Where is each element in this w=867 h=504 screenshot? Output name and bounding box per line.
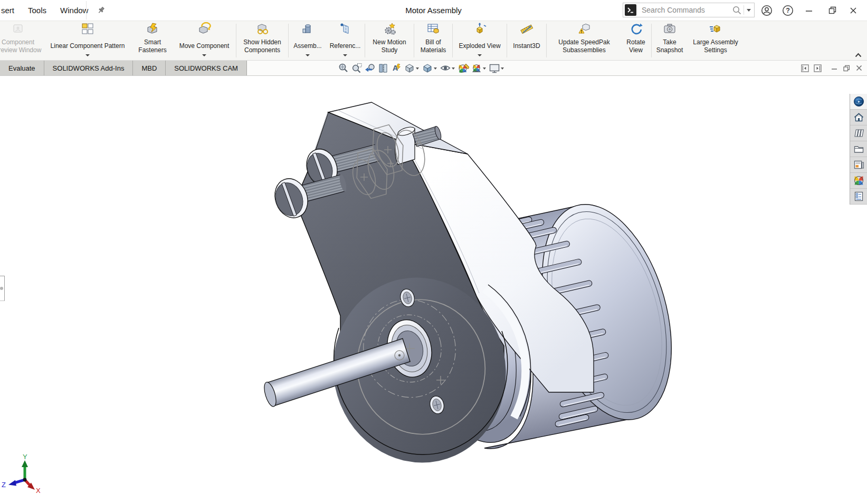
hide-show-items-caret[interactable] — [452, 67, 455, 71]
search-divider — [744, 5, 744, 15]
dropdown-caret[interactable] — [202, 54, 206, 60]
3dexperience-icon — [853, 96, 864, 107]
account-icon[interactable] — [761, 5, 773, 16]
x-axis-label: X — [36, 487, 41, 495]
section-view-icon[interactable] — [376, 61, 389, 75]
display-style-icon[interactable] — [421, 61, 434, 75]
search-icon[interactable] — [732, 5, 742, 15]
taskpane-3dexperience-button[interactable] — [850, 94, 867, 110]
menu-tools[interactable]: Tools — [21, 6, 53, 15]
close-button[interactable] — [842, 0, 864, 21]
taskpane-home-button[interactable] — [850, 110, 867, 125]
zoom-to-fit-icon[interactable] — [337, 61, 350, 75]
dropdown-caret[interactable] — [306, 54, 310, 60]
reference-geometry-icon — [338, 22, 352, 38]
smart-fasteners-button[interactable]: Smart Fasteners — [132, 21, 173, 60]
move-component-button[interactable]: Move Component — [173, 21, 235, 60]
home-icon — [853, 112, 864, 123]
doc-restore-button[interactable] — [843, 64, 851, 72]
dropdown-caret[interactable] — [343, 54, 347, 60]
ribbon-collapse-chevron[interactable] — [853, 51, 863, 59]
take-snapshot-icon — [663, 22, 677, 38]
orientation-triad: Y Z X — [0, 445, 58, 503]
group-separator — [236, 24, 236, 57]
smart-fasteners-icon — [146, 22, 159, 38]
rotate-view-button[interactable]: Rotate View — [621, 21, 651, 60]
titlebar: sert Tools Window Motor Assembly Search … — [0, 0, 867, 21]
view-settings-icon[interactable] — [488, 61, 501, 75]
taskpane-appearances-button[interactable] — [850, 173, 867, 189]
take-snapshot-button[interactable]: Take Snapshot — [652, 21, 687, 60]
linear-pattern-icon — [81, 22, 94, 38]
dropdown-caret[interactable] — [85, 54, 90, 60]
zoom-to-area-icon[interactable] — [350, 61, 363, 75]
taskpane-view-palette-button[interactable] — [850, 157, 867, 173]
doc-close-button[interactable] — [855, 64, 863, 72]
menubar: sert Tools Window — [0, 0, 106, 21]
y-axis-label: Y — [23, 453, 27, 461]
search-dropdown-caret[interactable] — [747, 9, 751, 14]
group-separator — [651, 24, 652, 57]
taskpane-file-explorer-button[interactable] — [850, 141, 867, 157]
group-separator — [288, 24, 289, 57]
exploded-view-button[interactable]: Exploded View — [453, 21, 506, 60]
minimize-button[interactable] — [798, 0, 820, 21]
doc-minimize-button[interactable] — [831, 64, 838, 72]
menu-window[interactable]: Window — [53, 6, 95, 15]
taskpane-design-library-button[interactable] — [850, 125, 867, 141]
search-commands-box[interactable]: Search Commands — [623, 3, 755, 17]
exploded-view-icon — [473, 22, 487, 38]
y-axis-arrow — [22, 460, 28, 467]
assembly-features-button[interactable]: Assemb... — [289, 21, 326, 60]
hide-show-items-icon[interactable] — [439, 61, 452, 75]
new-motion-study-button[interactable]: New Motion Study — [366, 21, 413, 60]
restore-button[interactable] — [821, 0, 843, 21]
tab-solidworks-cam[interactable]: SOLIDWORKS CAM — [166, 61, 247, 75]
task-pane — [850, 94, 867, 205]
large-assembly-settings-icon — [709, 22, 722, 38]
z-axis-arrow — [8, 480, 16, 486]
bill-of-materials-icon — [426, 22, 440, 38]
dropdown-caret[interactable] — [478, 54, 482, 60]
pane-arrow-left-button[interactable] — [801, 64, 809, 72]
dynamic-annotation-icon[interactable]: A — [389, 61, 403, 75]
linear-component-pattern-button[interactable]: Linear Component Pattern — [43, 21, 132, 60]
view-settings-caret[interactable] — [501, 67, 504, 71]
pin-menu-icon[interactable] — [97, 6, 106, 15]
show-hidden-icon — [255, 22, 269, 38]
view-palette-icon — [853, 159, 864, 170]
featuremanager-flyout-tab[interactable] — [0, 276, 5, 301]
svg-text:?: ? — [786, 7, 790, 14]
apply-scene-caret[interactable] — [483, 67, 486, 71]
search-input[interactable]: Search Commands — [642, 6, 732, 14]
previous-view-icon[interactable] — [363, 61, 376, 75]
rotate-view-icon — [629, 22, 643, 38]
show-hidden-components-button[interactable]: Show Hidden Components — [237, 21, 288, 60]
tab-evaluate[interactable]: Evaluate — [0, 61, 44, 75]
taskpane-custom-properties-button[interactable] — [850, 189, 867, 205]
large-assembly-settings-button[interactable]: Large Assembly Settings — [687, 21, 744, 60]
instant3d-button[interactable]: Instant3D — [508, 21, 546, 60]
graphics-area[interactable]: Y Z X — [0, 76, 867, 504]
edit-appearance-icon[interactable] — [456, 61, 470, 75]
new-motion-study-icon — [383, 22, 396, 38]
component-preview-window-button: Component Preview Window — [0, 21, 43, 60]
help-icon[interactable]: ? — [782, 5, 794, 16]
view-orientation-icon[interactable] — [403, 61, 416, 75]
tab-mbd[interactable]: MBD — [133, 61, 166, 75]
commandmanager-tab-row: Evaluate SOLIDWORKS Add-Ins MBD SOLIDWOR… — [0, 61, 867, 76]
commandmanager-tabs: Evaluate SOLIDWORKS Add-Ins MBD SOLIDWOR… — [0, 61, 247, 75]
bill-of-materials-button[interactable]: Bill of Materials — [415, 21, 452, 60]
display-style-caret[interactable] — [434, 67, 437, 71]
update-speedpak-button[interactable]: Update SpeedPak Subassemblies — [547, 21, 621, 60]
view-orientation-caret[interactable] — [416, 67, 419, 71]
pane-arrow-right-button[interactable] — [814, 64, 822, 72]
custom-properties-icon — [853, 191, 864, 202]
apply-scene-icon[interactable] — [470, 61, 483, 75]
motor-assembly-model[interactable] — [0, 76, 867, 504]
flyout-expand-icon[interactable] — [0, 287, 3, 290]
group-separator — [452, 24, 453, 57]
reference-geometry-button[interactable]: Referenc... — [326, 21, 364, 60]
tab-solidworks-addins[interactable]: SOLIDWORKS Add-Ins — [44, 61, 134, 75]
menu-insert[interactable]: sert — [0, 6, 21, 15]
